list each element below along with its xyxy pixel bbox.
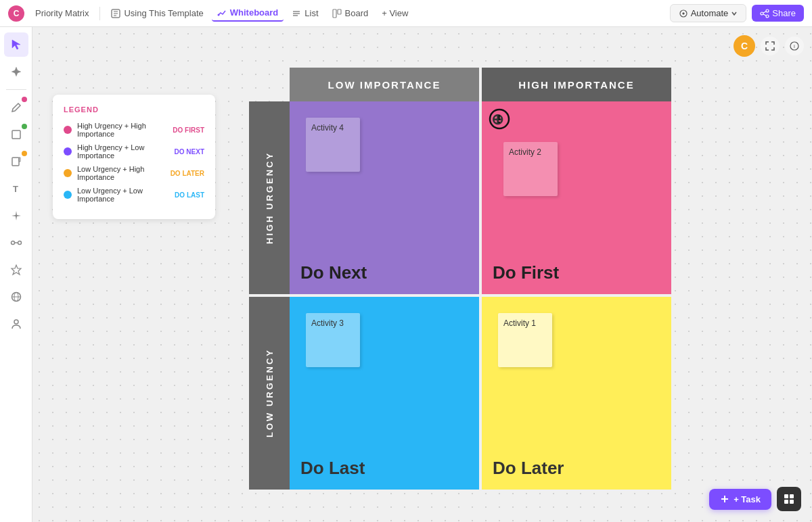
- svg-rect-33: [790, 494, 794, 498]
- legend-label-1: High Urgency + Low Importance: [77, 143, 169, 160]
- share-button[interactable]: Share: [752, 5, 804, 22]
- share-icon: [760, 9, 769, 18]
- legend-tag-2: DO LATER: [171, 170, 204, 177]
- tab-view-label: + View: [382, 8, 408, 18]
- template-icon: [111, 9, 120, 18]
- svg-point-4: [217, 14, 219, 16]
- whiteboard-icon: [217, 8, 227, 18]
- svg-rect-9: [338, 9, 341, 14]
- list-icon: [292, 9, 301, 18]
- star-icon: [10, 264, 22, 276]
- svg-rect-17: [12, 158, 19, 166]
- pen-tool[interactable]: [4, 95, 28, 120]
- plus-icon: [720, 494, 729, 504]
- person-tool[interactable]: [4, 312, 28, 336]
- quadrant-do-first-label: Do First: [493, 262, 660, 283]
- svg-point-13: [766, 15, 769, 18]
- svg-text:T: T: [13, 184, 18, 194]
- pen-color-dot: [22, 97, 27, 102]
- quadrant-do-later[interactable]: Activity 1 Do Later: [482, 297, 671, 490]
- rect-color-dot: [22, 124, 27, 129]
- svg-point-20: [18, 241, 21, 245]
- nav-divider-1: [99, 7, 100, 20]
- sticky-activity2[interactable]: Activity 2: [503, 142, 558, 196]
- legend-item-3: Low Urgency + Low Importance DO LAST: [64, 187, 204, 203]
- automate-button[interactable]: Automate: [670, 4, 747, 22]
- tab-whiteboard-label: Whiteboard: [230, 7, 279, 18]
- canvas-area[interactable]: C i LEGEND High Urgency + High Importanc…: [32, 27, 812, 522]
- connect-tool[interactable]: [4, 231, 28, 255]
- globe-tool[interactable]: [4, 285, 28, 309]
- grid-view-button[interactable]: [777, 487, 801, 511]
- expand-icon: [765, 41, 775, 51]
- quadrant-do-last-label: Do Last: [300, 458, 468, 479]
- info-button[interactable]: i: [785, 37, 804, 55]
- app-logo: C: [8, 5, 24, 22]
- ai-tool[interactable]: [4, 60, 28, 84]
- svg-point-12: [761, 12, 763, 15]
- cursor-icon: [10, 39, 22, 51]
- legend-label-0: High Urgency + High Importance: [77, 122, 167, 138]
- tab-whiteboard[interactable]: Whiteboard: [212, 5, 284, 22]
- legend-dot-later: [64, 169, 72, 177]
- nav-right: Automate Share: [670, 4, 804, 22]
- tab-board[interactable]: Board: [327, 5, 374, 21]
- svg-rect-8: [333, 9, 336, 18]
- matrix-grid: Activity 4 Do Next ⊕ ! Activity 2: [290, 101, 671, 490]
- legend-tag-1: DO NEXT: [175, 148, 204, 156]
- svg-point-19: [11, 241, 14, 245]
- user-avatar: C: [734, 35, 755, 57]
- left-toolbar: T: [0, 27, 32, 522]
- text-icon: T: [10, 183, 22, 195]
- row-label-high: HIGH URGENCY: [249, 101, 290, 294]
- tab-list[interactable]: List: [286, 5, 323, 21]
- nav-title[interactable]: Priority Matrix: [30, 5, 94, 21]
- expand-button[interactable]: [761, 37, 780, 55]
- quadrant-do-first[interactable]: ⊕ ! Activity 2 Do First: [482, 101, 671, 294]
- quadrant-do-next[interactable]: Activity 4 Do Next: [290, 101, 479, 294]
- legend-tag-3: DO LAST: [175, 191, 204, 199]
- star-tool[interactable]: [4, 258, 28, 282]
- grid-icon: [784, 494, 794, 504]
- svg-point-25: [14, 320, 18, 324]
- legend-dot-last: [64, 191, 72, 199]
- legend-tag-0: DO FIRST: [173, 126, 204, 134]
- svg-rect-32: [784, 494, 788, 498]
- legend-item-1: High Urgency + Low Importance DO NEXT: [64, 143, 204, 160]
- tab-board-label: Board: [345, 8, 369, 18]
- add-task-button[interactable]: + Task: [709, 489, 771, 510]
- tab-using-template[interactable]: Using This Template: [106, 5, 208, 21]
- quadrant-do-later-label: Do Later: [493, 458, 660, 479]
- legend-dot-next: [64, 147, 72, 156]
- text-tool[interactable]: T: [4, 176, 28, 201]
- priority-matrix: LOW IMPORTANCE HIGH IMPORTANCE HIGH URGE…: [249, 68, 671, 490]
- top-nav: C Priority Matrix Using This Template Wh…: [0, 0, 812, 27]
- sparkle-tool[interactable]: [4, 204, 28, 228]
- svg-text:i: i: [794, 43, 795, 49]
- svg-rect-34: [784, 500, 788, 504]
- row-labels: HIGH URGENCY LOW URGENCY: [249, 101, 290, 490]
- person-icon: [10, 318, 22, 330]
- svg-rect-16: [12, 130, 20, 139]
- sticky-activity3[interactable]: Activity 3: [306, 313, 360, 367]
- sticky-activity4[interactable]: Activity 4: [306, 118, 360, 172]
- sticky-activity1[interactable]: Activity 1: [498, 313, 552, 367]
- quadrant-do-last[interactable]: Activity 3 Do Last: [290, 297, 479, 490]
- svg-line-14: [763, 11, 766, 13]
- legend-item-2: Low Urgency + High Importance DO LATER: [64, 165, 204, 181]
- col-header-low: LOW IMPORTANCE: [290, 68, 479, 101]
- automate-icon: [679, 9, 688, 18]
- rect-tool[interactable]: [4, 122, 28, 147]
- note-tool[interactable]: [4, 149, 28, 174]
- tab-using-template-label: Using This Template: [124, 8, 203, 18]
- pen-icon: [10, 101, 22, 114]
- bottom-right-controls: + Task: [709, 487, 801, 511]
- row-label-low: LOW URGENCY: [249, 297, 290, 490]
- note-icon: [10, 156, 22, 168]
- globe-icon: [10, 291, 22, 303]
- tab-view[interactable]: + View: [376, 5, 413, 21]
- svg-point-11: [766, 9, 769, 12]
- chevron-down-icon: [731, 10, 738, 17]
- cursor-tool[interactable]: [4, 32, 28, 57]
- connect-icon: [10, 237, 22, 249]
